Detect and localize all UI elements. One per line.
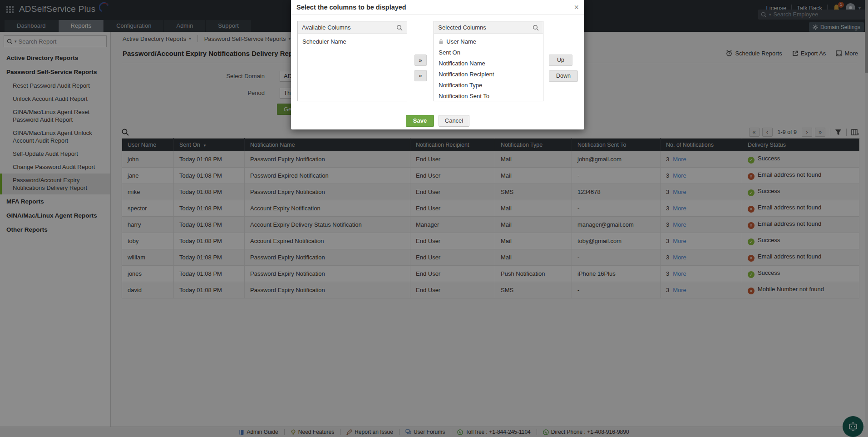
selected-column-label: Notification Type xyxy=(439,82,482,89)
selected-column-label: Notification Recipient xyxy=(439,71,494,78)
cancel-button[interactable]: Cancel xyxy=(439,115,469,127)
available-columns-panel: Available Columns Scheduler Name xyxy=(297,21,407,101)
selected-column-label: Sent On xyxy=(439,49,460,56)
selected-column-item[interactable]: Notification Sent To xyxy=(434,91,543,101)
reorder-controls: Up Down xyxy=(543,21,578,101)
selected-columns-header: Selected Columns xyxy=(434,21,543,34)
lock-icon xyxy=(439,39,444,45)
selected-columns-panel: Selected Columns User NameSent OnNotific… xyxy=(434,21,543,101)
move-down-button[interactable]: Down xyxy=(549,70,578,82)
move-left-button[interactable]: « xyxy=(414,70,427,81)
transfer-controls: » « xyxy=(407,21,434,101)
move-up-button[interactable]: Up xyxy=(549,55,572,66)
available-column-item[interactable]: Scheduler Name xyxy=(298,36,407,47)
available-columns-header: Available Columns xyxy=(298,21,407,34)
dialog-body: Available Columns Scheduler Name » « Sel… xyxy=(291,15,584,101)
selected-column-item[interactable]: Notification Recipient xyxy=(434,69,543,80)
selected-column-item[interactable]: Notification Name xyxy=(434,58,543,69)
selected-column-label: User Name xyxy=(446,38,476,45)
available-columns-title: Available Columns xyxy=(302,24,350,31)
save-button[interactable]: Save xyxy=(406,115,434,127)
search-icon[interactable] xyxy=(396,25,403,31)
selected-columns-list: User NameSent OnNotification NameNotific… xyxy=(434,34,543,101)
selected-column-item[interactable]: Sent On xyxy=(434,47,543,58)
selected-column-label: Notification Sent To xyxy=(439,93,489,100)
dialog-title-bar: Select the columns to be displayed × xyxy=(291,0,584,15)
column-chooser-dialog: Select the columns to be displayed × Ava… xyxy=(291,0,584,129)
dialog-title: Select the columns to be displayed xyxy=(296,4,406,11)
dialog-footer: Save Cancel xyxy=(291,112,584,129)
selected-columns-title: Selected Columns xyxy=(438,24,486,31)
selected-column-label: Notification Name xyxy=(439,60,485,67)
close-icon[interactable]: × xyxy=(574,3,579,11)
app-canvas: ADSelfService Plus License Talk Back 1 ▾… xyxy=(0,0,868,437)
search-icon[interactable] xyxy=(533,25,539,31)
selected-column-item[interactable]: User Name xyxy=(434,36,543,47)
move-right-button[interactable]: » xyxy=(414,55,427,66)
selected-column-item[interactable]: Notification Type xyxy=(434,80,543,91)
available-columns-list: Scheduler Name xyxy=(298,34,407,101)
